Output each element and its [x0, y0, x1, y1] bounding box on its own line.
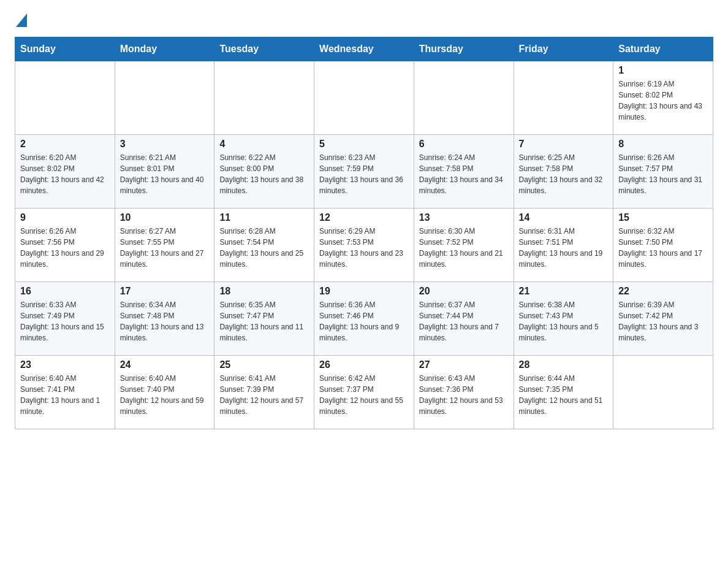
- logo-triangle-icon: [16, 13, 27, 27]
- calendar-week-row: 16Sunrise: 6:33 AM Sunset: 7:49 PM Dayli…: [15, 282, 713, 356]
- calendar-cell: 12Sunrise: 6:29 AM Sunset: 7:53 PM Dayli…: [314, 209, 414, 282]
- day-number: 23: [20, 359, 110, 370]
- calendar-cell: 19Sunrise: 6:36 AM Sunset: 7:46 PM Dayli…: [314, 282, 414, 356]
- day-info: Sunrise: 6:34 AM Sunset: 7:48 PM Dayligh…: [120, 299, 210, 343]
- day-number: 20: [419, 286, 509, 297]
- calendar-cell: 21Sunrise: 6:38 AM Sunset: 7:43 PM Dayli…: [514, 282, 613, 356]
- calendar-cell: 1Sunrise: 6:19 AM Sunset: 8:02 PM Daylig…: [613, 61, 713, 135]
- page-header: [15, 15, 713, 27]
- day-info: Sunrise: 6:25 AM Sunset: 7:58 PM Dayligh…: [519, 152, 609, 196]
- day-number: 3: [120, 139, 210, 150]
- calendar-cell: 26Sunrise: 6:42 AM Sunset: 7:37 PM Dayli…: [314, 356, 414, 429]
- calendar-cell: 18Sunrise: 6:35 AM Sunset: 7:47 PM Dayli…: [214, 282, 314, 356]
- day-info: Sunrise: 6:23 AM Sunset: 7:59 PM Dayligh…: [319, 152, 409, 196]
- day-info: Sunrise: 6:38 AM Sunset: 7:43 PM Dayligh…: [519, 299, 609, 343]
- day-info: Sunrise: 6:40 AM Sunset: 7:41 PM Dayligh…: [20, 373, 110, 417]
- calendar-table: SundayMondayTuesdayWednesdayThursdayFrid…: [15, 37, 713, 429]
- day-info: Sunrise: 6:27 AM Sunset: 7:55 PM Dayligh…: [120, 226, 210, 270]
- calendar-cell: [115, 61, 214, 135]
- calendar-cell: 20Sunrise: 6:37 AM Sunset: 7:44 PM Dayli…: [414, 282, 514, 356]
- logo: [15, 15, 27, 27]
- calendar-cell: [314, 61, 414, 135]
- day-info: Sunrise: 6:36 AM Sunset: 7:46 PM Dayligh…: [319, 299, 409, 343]
- calendar-cell: [514, 61, 613, 135]
- calendar-cell: 6Sunrise: 6:24 AM Sunset: 7:58 PM Daylig…: [414, 135, 514, 209]
- day-info: Sunrise: 6:33 AM Sunset: 7:49 PM Dayligh…: [20, 299, 110, 343]
- day-info: Sunrise: 6:19 AM Sunset: 8:02 PM Dayligh…: [618, 79, 708, 123]
- calendar-header-row: SundayMondayTuesdayWednesdayThursdayFrid…: [15, 37, 713, 61]
- day-of-week-header: Thursday: [414, 37, 514, 61]
- calendar-cell: [15, 61, 115, 135]
- day-number: 16: [20, 286, 110, 297]
- day-number: 26: [319, 359, 409, 370]
- calendar-cell: 5Sunrise: 6:23 AM Sunset: 7:59 PM Daylig…: [314, 135, 414, 209]
- day-info: Sunrise: 6:30 AM Sunset: 7:52 PM Dayligh…: [419, 226, 509, 270]
- calendar-cell: 22Sunrise: 6:39 AM Sunset: 7:42 PM Dayli…: [613, 282, 713, 356]
- calendar-cell: 9Sunrise: 6:26 AM Sunset: 7:56 PM Daylig…: [15, 209, 115, 282]
- calendar-week-row: 23Sunrise: 6:40 AM Sunset: 7:41 PM Dayli…: [15, 356, 713, 429]
- calendar-cell: 28Sunrise: 6:44 AM Sunset: 7:35 PM Dayli…: [514, 356, 613, 429]
- day-number: 19: [319, 286, 409, 297]
- day-number: 17: [120, 286, 210, 297]
- day-number: 7: [519, 139, 609, 150]
- day-number: 24: [120, 359, 210, 370]
- day-info: Sunrise: 6:37 AM Sunset: 7:44 PM Dayligh…: [419, 299, 509, 343]
- calendar-cell: 25Sunrise: 6:41 AM Sunset: 7:39 PM Dayli…: [214, 356, 314, 429]
- day-info: Sunrise: 6:43 AM Sunset: 7:36 PM Dayligh…: [419, 373, 509, 417]
- calendar-cell: [613, 356, 713, 429]
- calendar-cell: 11Sunrise: 6:28 AM Sunset: 7:54 PM Dayli…: [214, 209, 314, 282]
- calendar-week-row: 2Sunrise: 6:20 AM Sunset: 8:02 PM Daylig…: [15, 135, 713, 209]
- calendar-cell: 17Sunrise: 6:34 AM Sunset: 7:48 PM Dayli…: [115, 282, 214, 356]
- day-number: 4: [219, 139, 309, 150]
- calendar-cell: 27Sunrise: 6:43 AM Sunset: 7:36 PM Dayli…: [414, 356, 514, 429]
- calendar-cell: 13Sunrise: 6:30 AM Sunset: 7:52 PM Dayli…: [414, 209, 514, 282]
- day-number: 5: [319, 139, 409, 150]
- calendar-cell: 24Sunrise: 6:40 AM Sunset: 7:40 PM Dayli…: [115, 356, 214, 429]
- day-info: Sunrise: 6:26 AM Sunset: 7:56 PM Dayligh…: [20, 226, 110, 270]
- day-info: Sunrise: 6:24 AM Sunset: 7:58 PM Dayligh…: [419, 152, 509, 196]
- calendar-week-row: 9Sunrise: 6:26 AM Sunset: 7:56 PM Daylig…: [15, 209, 713, 282]
- day-info: Sunrise: 6:28 AM Sunset: 7:54 PM Dayligh…: [219, 226, 309, 270]
- day-of-week-header: Friday: [514, 37, 613, 61]
- calendar-cell: [414, 61, 514, 135]
- day-number: 13: [419, 212, 509, 223]
- day-number: 6: [419, 139, 509, 150]
- day-number: 28: [519, 359, 609, 370]
- day-number: 27: [419, 359, 509, 370]
- day-number: 2: [20, 139, 110, 150]
- day-of-week-header: Sunday: [15, 37, 115, 61]
- calendar-cell: 14Sunrise: 6:31 AM Sunset: 7:51 PM Dayli…: [514, 209, 613, 282]
- calendar-cell: 10Sunrise: 6:27 AM Sunset: 7:55 PM Dayli…: [115, 209, 214, 282]
- calendar-cell: 2Sunrise: 6:20 AM Sunset: 8:02 PM Daylig…: [15, 135, 115, 209]
- calendar-cell: 23Sunrise: 6:40 AM Sunset: 7:41 PM Dayli…: [15, 356, 115, 429]
- day-info: Sunrise: 6:21 AM Sunset: 8:01 PM Dayligh…: [120, 152, 210, 196]
- day-number: 10: [120, 212, 210, 223]
- day-number: 9: [20, 212, 110, 223]
- day-number: 11: [219, 212, 309, 223]
- day-of-week-header: Tuesday: [214, 37, 314, 61]
- day-info: Sunrise: 6:26 AM Sunset: 7:57 PM Dayligh…: [618, 152, 708, 196]
- day-info: Sunrise: 6:41 AM Sunset: 7:39 PM Dayligh…: [219, 373, 309, 417]
- calendar-cell: 8Sunrise: 6:26 AM Sunset: 7:57 PM Daylig…: [613, 135, 713, 209]
- calendar-week-row: 1Sunrise: 6:19 AM Sunset: 8:02 PM Daylig…: [15, 61, 713, 135]
- day-number: 22: [618, 286, 708, 297]
- day-of-week-header: Saturday: [613, 37, 713, 61]
- day-number: 21: [519, 286, 609, 297]
- svg-marker-0: [16, 13, 27, 27]
- calendar-cell: 4Sunrise: 6:22 AM Sunset: 8:00 PM Daylig…: [214, 135, 314, 209]
- day-info: Sunrise: 6:40 AM Sunset: 7:40 PM Dayligh…: [120, 373, 210, 417]
- day-of-week-header: Monday: [115, 37, 214, 61]
- day-info: Sunrise: 6:42 AM Sunset: 7:37 PM Dayligh…: [319, 373, 409, 417]
- day-number: 12: [319, 212, 409, 223]
- day-info: Sunrise: 6:32 AM Sunset: 7:50 PM Dayligh…: [618, 226, 708, 270]
- day-info: Sunrise: 6:31 AM Sunset: 7:51 PM Dayligh…: [519, 226, 609, 270]
- day-number: 25: [219, 359, 309, 370]
- day-number: 8: [618, 139, 708, 150]
- day-info: Sunrise: 6:35 AM Sunset: 7:47 PM Dayligh…: [219, 299, 309, 343]
- calendar-cell: 15Sunrise: 6:32 AM Sunset: 7:50 PM Dayli…: [613, 209, 713, 282]
- calendar-cell: [214, 61, 314, 135]
- calendar-cell: 7Sunrise: 6:25 AM Sunset: 7:58 PM Daylig…: [514, 135, 613, 209]
- day-info: Sunrise: 6:39 AM Sunset: 7:42 PM Dayligh…: [618, 299, 708, 343]
- calendar-cell: 16Sunrise: 6:33 AM Sunset: 7:49 PM Dayli…: [15, 282, 115, 356]
- calendar-cell: 3Sunrise: 6:21 AM Sunset: 8:01 PM Daylig…: [115, 135, 214, 209]
